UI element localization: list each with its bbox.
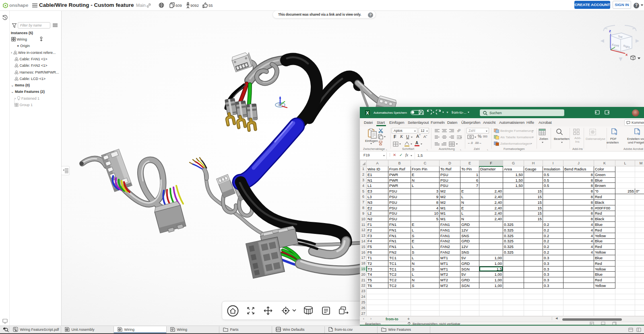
- svg-text:X: X: [625, 53, 628, 57]
- svg-text:Z: Z: [609, 29, 611, 33]
